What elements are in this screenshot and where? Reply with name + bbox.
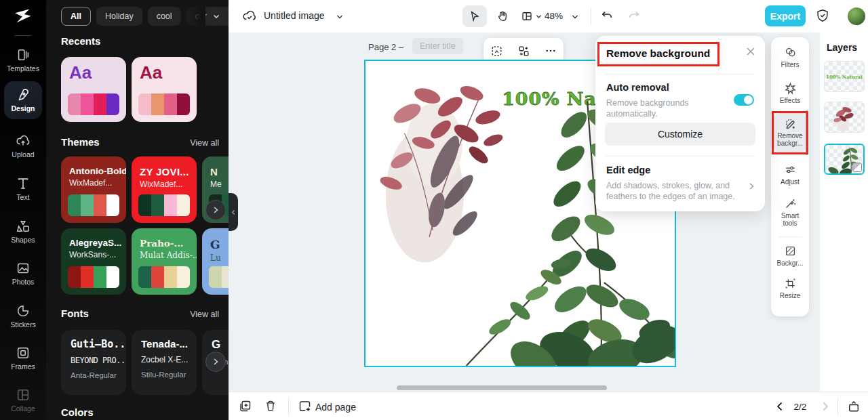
replace-icon[interactable] xyxy=(517,45,530,58)
palette-swatches xyxy=(68,194,119,216)
font-card[interactable]: Tenada-... Zocbel X-E... Stilu-Regular xyxy=(132,330,197,395)
sidebar-item-shapes[interactable]: Shapes xyxy=(0,219,46,244)
present-icon[interactable] xyxy=(847,400,861,413)
remove-background-icon xyxy=(784,117,797,130)
redo-button[interactable] xyxy=(627,9,641,22)
panel-collapse-handle[interactable] xyxy=(229,193,238,231)
chip-cool[interactable]: cool xyxy=(148,7,181,26)
zoom-level[interactable]: 48% xyxy=(545,11,563,21)
layer-text-preview: 100% Natural xyxy=(825,74,864,80)
select-image-icon[interactable] xyxy=(490,45,503,58)
tool-smart-tools[interactable]: Smart tools xyxy=(771,197,809,227)
tool-remove-background[interactable]: Remove backgr... xyxy=(771,117,809,147)
theme-card[interactable]: AlegreyaS... WorkSans-... xyxy=(61,228,126,295)
sidebar-item-stickers[interactable]: Stickers xyxy=(0,303,46,329)
user-avatar[interactable] xyxy=(848,7,865,25)
select-tool-button[interactable] xyxy=(462,5,487,27)
layer-thumbnail-text[interactable]: 100% Natural xyxy=(824,61,865,92)
theme-card[interactable]: ZY JOVI... WixMadef... xyxy=(132,156,197,223)
layout-tool-button[interactable] xyxy=(516,5,547,27)
theme-card[interactable]: G Lu xyxy=(202,228,229,295)
sidebar-item-text[interactable]: Text xyxy=(0,176,46,201)
fonts-view-all-link[interactable]: View all xyxy=(190,310,219,319)
chevron-right-icon xyxy=(212,206,220,214)
tool-label: Filters xyxy=(781,61,799,68)
chip-holiday[interactable]: Holiday xyxy=(96,7,142,26)
sidebar-item-photos[interactable]: Photos xyxy=(0,261,46,286)
fonts-next-button[interactable] xyxy=(205,352,226,372)
shield-check-icon[interactable] xyxy=(815,8,830,23)
theme-name: N xyxy=(210,166,229,177)
design-icon xyxy=(16,87,31,102)
capcut-logo-icon[interactable] xyxy=(14,7,33,26)
theme-sub: Mulat Addis-... xyxy=(140,251,189,260)
background-removed-badge-icon xyxy=(852,163,862,172)
fonts-title: Fonts xyxy=(61,308,89,319)
font-name: G xyxy=(212,338,229,352)
theme-sub: WixMadef... xyxy=(140,180,189,189)
next-page-button[interactable] xyxy=(820,401,831,412)
collage-icon xyxy=(16,387,31,402)
sidebar-item-collage[interactable]: Collage xyxy=(0,387,46,413)
previous-page-button[interactable] xyxy=(774,401,785,412)
design-panel: All Holiday cool concise Recents Aa Aa xyxy=(46,0,229,420)
frames-icon xyxy=(16,345,31,360)
recent-theme-card[interactable]: Aa xyxy=(61,57,126,122)
delete-page-button[interactable] xyxy=(264,399,277,413)
horizontal-scrollbar[interactable] xyxy=(397,385,607,390)
tool-adjust[interactable]: Adjust xyxy=(771,163,809,186)
hand-icon xyxy=(496,10,509,22)
layer-thumbnail-flowers[interactable] xyxy=(824,102,865,133)
font-name: Tenada-... xyxy=(141,338,197,350)
zoom-chevron-down-icon[interactable] xyxy=(571,13,579,21)
undo-button[interactable] xyxy=(600,9,614,22)
font-sub2: Anta-Regular xyxy=(71,371,126,379)
document-title[interactable]: Untitled image xyxy=(264,10,325,21)
theme-card[interactable]: Antonio-Bold WixMadef... xyxy=(61,156,126,223)
sidebar-item-upload[interactable]: Upload xyxy=(0,133,46,159)
chip-all[interactable]: All xyxy=(61,7,91,26)
font-card[interactable]: Guti–Bo... BEYOND PRO... Anta-Regular xyxy=(61,330,126,395)
duplicate-page-button[interactable] xyxy=(238,399,252,413)
title-chevron-down-icon[interactable] xyxy=(336,13,344,21)
sidebar-item-label: Frames xyxy=(11,362,35,371)
hand-tool-button[interactable] xyxy=(490,5,515,27)
chip-label: Holiday xyxy=(105,12,134,21)
chevron-right-icon xyxy=(212,358,220,366)
tool-filters[interactable]: Filters xyxy=(771,46,809,68)
edit-tools-sidebar: Filters Effects Remove backgr... Adjust … xyxy=(771,37,809,316)
theme-name: Praho-... xyxy=(140,238,189,249)
sidebar-item-label: Stickers xyxy=(10,320,35,329)
tool-label: Smart tools xyxy=(776,212,804,227)
chevron-down-icon xyxy=(212,12,220,20)
tool-effects[interactable]: Effects xyxy=(771,82,809,104)
auto-removal-toggle[interactable] xyxy=(734,94,754,106)
theme-letter: Aa xyxy=(69,62,92,83)
customize-button[interactable]: Customize xyxy=(605,123,755,146)
export-button[interactable]: Export xyxy=(765,5,806,26)
chips-expand-button[interactable] xyxy=(207,7,226,26)
close-icon[interactable] xyxy=(746,47,755,56)
tool-resize[interactable]: Resize xyxy=(771,277,809,299)
sidebar-item-frames[interactable]: Frames xyxy=(0,345,46,371)
edit-edge-chevron-right-icon[interactable] xyxy=(747,182,755,190)
sidebar-item-templates[interactable]: Templates xyxy=(0,47,46,72)
tool-background[interactable]: Backgr... xyxy=(771,245,809,267)
recent-theme-card[interactable]: Aa xyxy=(132,57,197,122)
theme-card[interactable]: Praho-... Mulat Addis-... xyxy=(132,228,197,295)
page-title-input[interactable]: Enter title xyxy=(412,38,463,54)
sidebar-item-label: Design xyxy=(11,104,35,112)
theme-letter: Aa xyxy=(140,62,162,83)
page-label: Page 2 – xyxy=(368,42,403,52)
more-options-icon[interactable] xyxy=(545,45,557,57)
layer-thumbnail-eucalyptus[interactable] xyxy=(824,144,865,175)
font-sub1: BEYOND PRO... xyxy=(71,356,126,365)
add-page-label[interactable]: Add page xyxy=(315,402,356,413)
themes-view-all-link[interactable]: View all xyxy=(190,138,219,148)
sidebar-item-design[interactable]: Design xyxy=(4,81,42,119)
themes-next-button[interactable] xyxy=(205,200,226,220)
add-page-button[interactable] xyxy=(298,399,312,413)
popup-divider xyxy=(605,74,755,75)
layers-panel: Layers 100% Natural xyxy=(819,33,868,392)
photos-icon xyxy=(16,261,31,276)
